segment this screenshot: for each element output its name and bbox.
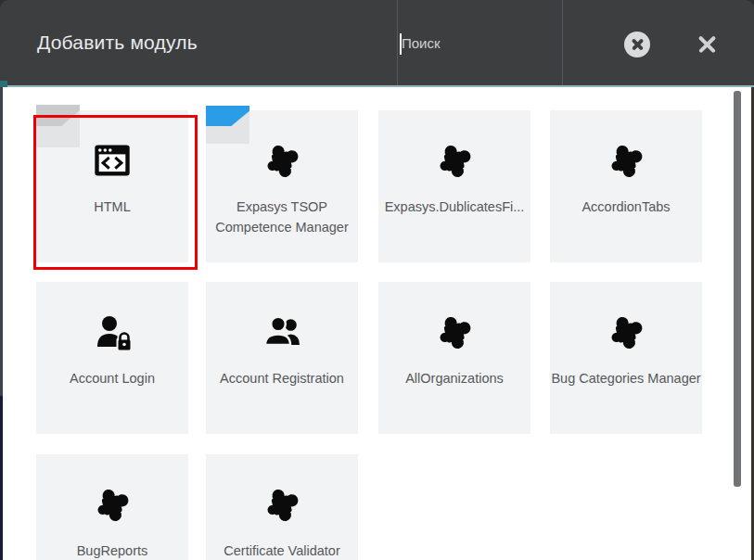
module-label: AccordionTabs [550, 197, 702, 217]
ribbon-band [36, 105, 80, 126]
user-lock-icon [92, 312, 133, 352]
puzzle-icon [434, 312, 475, 352]
module-label: HTML [36, 197, 188, 217]
module-card-accordiontabs[interactable]: AccordionTabs [550, 110, 702, 262]
puzzle-icon [262, 484, 302, 525]
module-card-bugreports[interactable]: BugReports [36, 454, 188, 560]
module-label: Bug Categories Manager [550, 368, 702, 388]
module-label: Expasys.DublicatesFi... [378, 197, 530, 217]
module-label: Account Login [36, 368, 188, 388]
text-caret [400, 33, 402, 55]
module-category-ribbon-gray [36, 105, 80, 147]
puzzle-icon [92, 484, 133, 525]
close-dialog-button[interactable] [696, 33, 718, 56]
module-card-expasys-dublicates[interactable]: Expasys.DublicatesFi... [378, 110, 530, 262]
module-card-allorganizations[interactable]: AllOrganizations [378, 282, 530, 434]
dialog-header: Добавить модуль [0, 0, 754, 87]
module-label: Account Registration [206, 368, 358, 388]
module-label: Expasys TSOP Competence Manager [206, 197, 358, 237]
add-module-dialog: Добавить модуль HTML Expasys TSOP Compet… [0, 0, 754, 560]
clear-search-button[interactable] [624, 32, 650, 57]
module-card-bug-categories-manager[interactable]: Bug Categories Manager [550, 282, 702, 434]
dialog-title: Добавить модуль [37, 0, 198, 85]
module-card-account-login[interactable]: Account Login [36, 282, 188, 434]
puzzle-icon [262, 140, 302, 181]
module-label: Certificate Validator [206, 541, 358, 560]
module-card-certificate-validator[interactable]: Certificate Validator [206, 454, 358, 560]
search-input[interactable] [399, 7, 558, 78]
module-category-ribbon-blue [206, 106, 249, 144]
page-edge-left [0, 87, 3, 396]
puzzle-icon [434, 140, 475, 181]
module-card-account-registration[interactable]: Account Registration [206, 282, 358, 434]
ribbon-band [206, 106, 249, 126]
header-corner-accent [0, 81, 7, 87]
page-edge-left [0, 396, 3, 560]
module-label: AllOrganizations [378, 368, 530, 388]
scrollbar[interactable] [734, 91, 741, 487]
html-icon [92, 140, 133, 181]
module-label: BugReports [36, 541, 188, 560]
puzzle-icon [606, 140, 646, 181]
header-divider [562, 0, 563, 85]
header-divider [397, 0, 398, 85]
users-icon [262, 312, 302, 352]
puzzle-icon [606, 312, 646, 352]
